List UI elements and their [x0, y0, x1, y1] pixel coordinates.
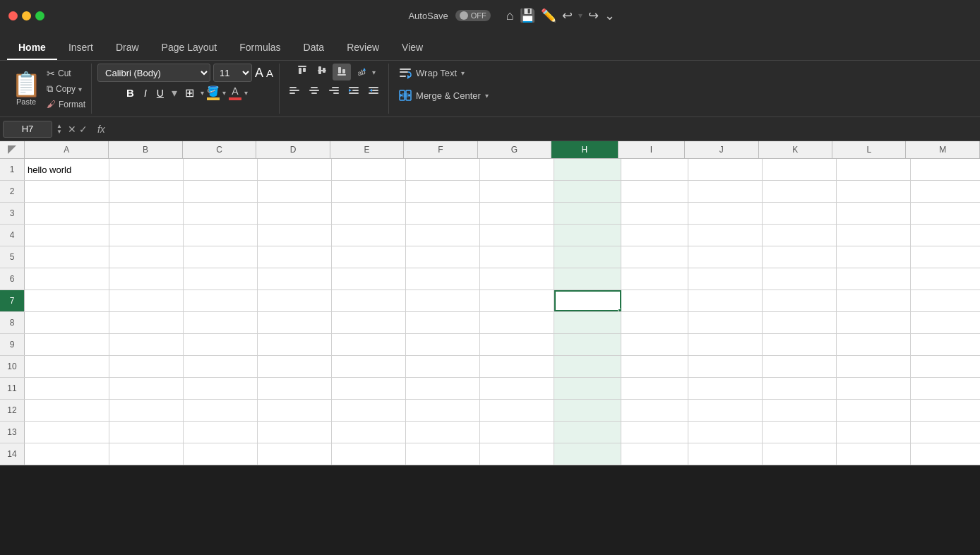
cell-J13[interactable] [688, 422, 763, 443]
cell-E5[interactable] [332, 246, 406, 268]
cell-J8[interactable] [688, 312, 763, 333]
col-header-h[interactable]: H [551, 141, 619, 158]
cell-D12[interactable] [258, 400, 332, 421]
cell-C9[interactable] [184, 334, 258, 355]
cell-L4[interactable] [837, 225, 911, 246]
cell-M13[interactable] [911, 422, 980, 443]
cell-J3[interactable] [688, 203, 763, 224]
cell-K5[interactable] [763, 246, 837, 268]
cell-M9[interactable] [911, 334, 980, 355]
cell-L5[interactable] [837, 246, 911, 268]
cell-I1[interactable] [621, 159, 688, 180]
cell-B14[interactable] [109, 443, 184, 465]
col-header-i[interactable]: I [619, 141, 686, 158]
cell-D7[interactable] [258, 290, 332, 311]
cell-B1[interactable] [109, 159, 184, 180]
cell-E4[interactable] [332, 225, 406, 246]
col-header-e[interactable]: E [330, 141, 404, 158]
tab-home[interactable]: Home [7, 36, 57, 60]
cell-D8[interactable] [258, 312, 332, 333]
cell-C11[interactable] [184, 378, 258, 399]
cell-H3[interactable] [554, 203, 621, 224]
cell-G13[interactable] [480, 422, 554, 443]
cell-F1[interactable] [406, 159, 480, 180]
cell-C7[interactable] [184, 290, 258, 311]
formula-confirm-button[interactable]: ✓ [79, 124, 88, 135]
undo-icon[interactable]: ↩ [562, 8, 573, 23]
cell-J9[interactable] [688, 334, 763, 355]
cell-C4[interactable] [184, 225, 258, 246]
cell-M2[interactable] [911, 181, 980, 202]
cell-I3[interactable] [621, 203, 688, 224]
row-number-14[interactable]: 14 [0, 443, 25, 465]
cell-B11[interactable] [109, 378, 184, 399]
merge-center-button[interactable]: Merge & Center ▾ [395, 86, 493, 105]
cell-K3[interactable] [763, 203, 837, 224]
col-header-b[interactable]: B [109, 141, 182, 158]
cell-L6[interactable] [837, 268, 911, 290]
cell-I7[interactable] [621, 290, 688, 311]
align-center-button[interactable] [305, 83, 323, 100]
cell-A2[interactable] [25, 181, 109, 202]
cell-M7[interactable] [911, 290, 980, 311]
cell-I6[interactable] [621, 268, 688, 290]
cell-A11[interactable] [25, 378, 109, 399]
tab-review[interactable]: Review [335, 36, 390, 60]
cell-B4[interactable] [109, 225, 184, 246]
cell-M1[interactable] [911, 159, 980, 180]
cell-L14[interactable] [837, 443, 911, 465]
row-number-10[interactable]: 10 [0, 356, 25, 377]
cell-L8[interactable] [837, 312, 911, 333]
cell-H11[interactable] [554, 378, 621, 399]
autosave-toggle[interactable]: OFF [455, 10, 491, 21]
bold-button[interactable]: B [123, 85, 138, 100]
cell-D11[interactable] [258, 378, 332, 399]
row-number-6[interactable]: 6 [0, 268, 25, 290]
cell-B12[interactable] [109, 400, 184, 421]
format-button[interactable]: 🖌 Format [47, 99, 85, 109]
cell-C6[interactable] [184, 268, 258, 290]
cell-C3[interactable] [184, 203, 258, 224]
increase-indent-button[interactable] [364, 83, 383, 100]
underline-button[interactable]: U [153, 86, 167, 100]
col-header-f[interactable]: F [404, 141, 477, 158]
cell-E9[interactable] [332, 334, 406, 355]
cell-J12[interactable] [688, 400, 763, 421]
cell-L13[interactable] [837, 422, 911, 443]
cell-G9[interactable] [480, 334, 554, 355]
cell-L10[interactable] [837, 356, 911, 377]
cell-E14[interactable] [332, 443, 406, 465]
wrap-text-button[interactable]: Wrap Text ▾ [395, 64, 469, 82]
cell-K8[interactable] [763, 312, 837, 333]
cell-H12[interactable] [554, 400, 621, 421]
cell-G2[interactable] [480, 181, 554, 202]
cell-M12[interactable] [911, 400, 980, 421]
cell-F5[interactable] [406, 246, 480, 268]
cell-C14[interactable] [184, 443, 258, 465]
cell-J10[interactable] [688, 356, 763, 377]
cell-C10[interactable] [184, 356, 258, 377]
col-header-d[interactable]: D [256, 141, 330, 158]
cell-B6[interactable] [109, 268, 184, 290]
cell-J7[interactable] [688, 290, 763, 311]
cell-I12[interactable] [621, 400, 688, 421]
cell-J6[interactable] [688, 268, 763, 290]
cell-D3[interactable] [258, 203, 332, 224]
cell-L7[interactable] [837, 290, 911, 311]
cell-D6[interactable] [258, 268, 332, 290]
cell-E3[interactable] [332, 203, 406, 224]
cell-L2[interactable] [837, 181, 911, 202]
row-number-13[interactable]: 13 [0, 422, 25, 443]
cell-H1[interactable] [554, 159, 621, 180]
cell-M6[interactable] [911, 268, 980, 290]
cell-E13[interactable] [332, 422, 406, 443]
cell-F12[interactable] [406, 400, 480, 421]
save-icon[interactable]: 💾 [520, 8, 535, 23]
cell-K10[interactable] [763, 356, 837, 377]
row-number-8[interactable]: 8 [0, 312, 25, 333]
cell-H10[interactable] [554, 356, 621, 377]
cell-B2[interactable] [109, 181, 184, 202]
cell-G11[interactable] [480, 378, 554, 399]
cell-H13[interactable] [554, 422, 621, 443]
cell-D10[interactable] [258, 356, 332, 377]
